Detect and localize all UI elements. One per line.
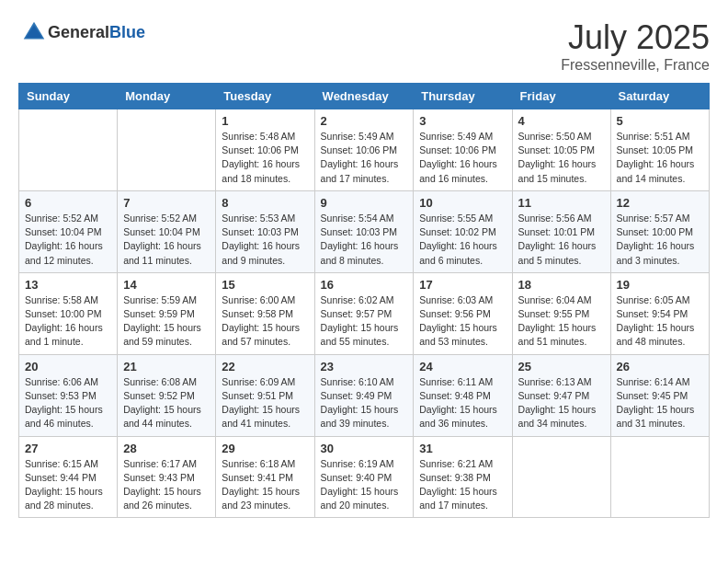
- day-number: 3: [419, 114, 506, 128]
- calendar-cell: 1Sunrise: 5:48 AMSunset: 10:06 PMDayligh…: [216, 109, 314, 191]
- day-info: Sunrise: 6:05 AMSunset: 9:54 PMDaylight:…: [617, 293, 703, 350]
- day-info: Sunrise: 6:19 AMSunset: 9:40 PMDaylight:…: [321, 457, 408, 513]
- calendar-table: SundayMondayTuesdayWednesdayThursdayFrid…: [18, 83, 710, 518]
- day-number: 18: [518, 278, 605, 292]
- title-block: July 2025 Fressenneville, France: [561, 18, 710, 74]
- calendar-cell: 30Sunrise: 6:19 AMSunset: 9:40 PMDayligh…: [314, 436, 414, 518]
- day-info: Sunrise: 5:49 AMSunset: 10:06 PMDaylight…: [419, 130, 506, 186]
- calendar-cell: 26Sunrise: 6:14 AMSunset: 9:45 PMDayligh…: [610, 354, 709, 436]
- day-info: Sunrise: 6:15 AMSunset: 9:44 PMDaylight:…: [25, 457, 111, 513]
- day-info: Sunrise: 5:58 AMSunset: 10:00 PMDaylight…: [25, 293, 111, 350]
- calendar-cell: 25Sunrise: 6:13 AMSunset: 9:47 PMDayligh…: [512, 354, 610, 436]
- calendar-cell: 12Sunrise: 5:57 AMSunset: 10:00 PMDaylig…: [610, 190, 709, 272]
- day-number: 26: [617, 360, 703, 373]
- calendar-cell: 18Sunrise: 6:04 AMSunset: 9:55 PMDayligh…: [512, 272, 610, 354]
- day-number: 13: [25, 278, 111, 292]
- calendar-cell: 11Sunrise: 5:56 AMSunset: 10:01 PMDaylig…: [512, 190, 610, 272]
- page-header: GeneralBlue July 2025 Fressenneville, Fr…: [18, 18, 710, 74]
- day-number: 29: [222, 442, 308, 455]
- calendar-cell: 14Sunrise: 5:59 AMSunset: 9:59 PMDayligh…: [118, 272, 216, 354]
- calendar-week-3: 13Sunrise: 5:58 AMSunset: 10:00 PMDaylig…: [19, 272, 710, 354]
- day-info: Sunrise: 6:10 AMSunset: 9:49 PMDaylight:…: [321, 375, 408, 431]
- day-number: 20: [25, 360, 111, 373]
- calendar-cell: [610, 436, 709, 518]
- calendar-week-1: 1Sunrise: 5:48 AMSunset: 10:06 PMDayligh…: [19, 109, 710, 191]
- day-info: Sunrise: 5:50 AMSunset: 10:05 PMDaylight…: [518, 130, 605, 186]
- calendar-cell: 21Sunrise: 6:08 AMSunset: 9:52 PMDayligh…: [118, 354, 216, 436]
- calendar-week-2: 6Sunrise: 5:52 AMSunset: 10:04 PMDayligh…: [19, 190, 710, 272]
- day-number: 28: [123, 442, 210, 455]
- calendar-cell: 20Sunrise: 6:06 AMSunset: 9:53 PMDayligh…: [19, 354, 118, 436]
- calendar-cell: 22Sunrise: 6:09 AMSunset: 9:51 PMDayligh…: [216, 354, 314, 436]
- day-info: Sunrise: 6:08 AMSunset: 9:52 PMDaylight:…: [123, 375, 210, 431]
- day-number: 7: [123, 196, 210, 210]
- calendar-week-4: 20Sunrise: 6:06 AMSunset: 9:53 PMDayligh…: [19, 354, 710, 436]
- calendar-cell: 28Sunrise: 6:17 AMSunset: 9:43 PMDayligh…: [118, 436, 216, 518]
- calendar-cell: 19Sunrise: 6:05 AMSunset: 9:54 PMDayligh…: [610, 272, 709, 354]
- day-number: 11: [518, 196, 605, 210]
- calendar-cell: 23Sunrise: 6:10 AMSunset: 9:49 PMDayligh…: [314, 354, 414, 436]
- day-number: 16: [321, 278, 408, 292]
- day-info: Sunrise: 6:17 AMSunset: 9:43 PMDaylight:…: [123, 457, 210, 513]
- logo-icon: [20, 18, 48, 46]
- day-info: Sunrise: 6:04 AMSunset: 9:55 PMDaylight:…: [518, 293, 605, 350]
- day-info: Sunrise: 5:55 AMSunset: 10:02 PMDaylight…: [419, 212, 506, 268]
- day-number: 1: [222, 114, 308, 128]
- day-info: Sunrise: 6:03 AMSunset: 9:56 PMDaylight:…: [419, 293, 506, 350]
- day-number: 31: [419, 442, 506, 455]
- calendar-cell: 9Sunrise: 5:54 AMSunset: 10:03 PMDayligh…: [314, 190, 414, 272]
- day-number: 30: [321, 442, 408, 455]
- day-info: Sunrise: 6:18 AMSunset: 9:41 PMDaylight:…: [222, 457, 308, 513]
- day-info: Sunrise: 5:48 AMSunset: 10:06 PMDaylight…: [222, 130, 308, 186]
- day-number: 21: [123, 360, 210, 373]
- day-number: 14: [123, 278, 210, 292]
- day-header-monday: Monday: [118, 84, 216, 109]
- day-number: 4: [518, 114, 605, 128]
- day-info: Sunrise: 6:21 AMSunset: 9:38 PMDaylight:…: [419, 457, 506, 513]
- day-info: Sunrise: 5:53 AMSunset: 10:03 PMDaylight…: [222, 212, 308, 268]
- day-info: Sunrise: 6:09 AMSunset: 9:51 PMDaylight:…: [222, 375, 308, 431]
- calendar-cell: 24Sunrise: 6:11 AMSunset: 9:48 PMDayligh…: [414, 354, 512, 436]
- calendar-cell: [19, 109, 118, 191]
- day-header-saturday: Saturday: [610, 84, 709, 109]
- day-number: 6: [25, 196, 111, 210]
- day-number: 5: [617, 114, 703, 128]
- calendar-cell: 5Sunrise: 5:51 AMSunset: 10:05 PMDayligh…: [610, 109, 709, 191]
- day-number: 10: [419, 196, 506, 210]
- location-title: Fressenneville, France: [561, 57, 710, 74]
- day-info: Sunrise: 6:13 AMSunset: 9:47 PMDaylight:…: [518, 375, 605, 431]
- day-info: Sunrise: 5:59 AMSunset: 9:59 PMDaylight:…: [123, 293, 210, 350]
- day-info: Sunrise: 5:54 AMSunset: 10:03 PMDaylight…: [321, 212, 408, 268]
- day-info: Sunrise: 5:56 AMSunset: 10:01 PMDaylight…: [518, 212, 605, 268]
- calendar-cell: 13Sunrise: 5:58 AMSunset: 10:00 PMDaylig…: [19, 272, 118, 354]
- calendar-cell: 16Sunrise: 6:02 AMSunset: 9:57 PMDayligh…: [314, 272, 414, 354]
- calendar-week-5: 27Sunrise: 6:15 AMSunset: 9:44 PMDayligh…: [19, 436, 710, 518]
- calendar-cell: 10Sunrise: 5:55 AMSunset: 10:02 PMDaylig…: [414, 190, 512, 272]
- day-info: Sunrise: 5:49 AMSunset: 10:06 PMDaylight…: [321, 130, 408, 186]
- logo-blue-text: Blue: [109, 23, 145, 41]
- day-info: Sunrise: 5:52 AMSunset: 10:04 PMDaylight…: [123, 212, 210, 268]
- day-header-tuesday: Tuesday: [216, 84, 314, 109]
- day-info: Sunrise: 6:00 AMSunset: 9:58 PMDaylight:…: [222, 293, 308, 350]
- calendar-cell: 29Sunrise: 6:18 AMSunset: 9:41 PMDayligh…: [216, 436, 314, 518]
- calendar-cell: 27Sunrise: 6:15 AMSunset: 9:44 PMDayligh…: [19, 436, 118, 518]
- calendar-cell: 2Sunrise: 5:49 AMSunset: 10:06 PMDayligh…: [314, 109, 414, 191]
- day-number: 2: [321, 114, 408, 128]
- calendar-cell: 6Sunrise: 5:52 AMSunset: 10:04 PMDayligh…: [19, 190, 118, 272]
- calendar-cell: 4Sunrise: 5:50 AMSunset: 10:05 PMDayligh…: [512, 109, 610, 191]
- calendar-cell: [512, 436, 610, 518]
- day-number: 15: [222, 278, 308, 292]
- day-info: Sunrise: 6:14 AMSunset: 9:45 PMDaylight:…: [617, 375, 703, 431]
- day-info: Sunrise: 6:06 AMSunset: 9:53 PMDaylight:…: [25, 375, 111, 431]
- day-info: Sunrise: 5:52 AMSunset: 10:04 PMDaylight…: [25, 212, 111, 268]
- day-info: Sunrise: 5:51 AMSunset: 10:05 PMDaylight…: [617, 130, 703, 186]
- day-number: 22: [222, 360, 308, 373]
- day-number: 25: [518, 360, 605, 373]
- day-number: 17: [419, 278, 506, 292]
- day-header-thursday: Thursday: [414, 84, 512, 109]
- calendar-cell: [118, 109, 216, 191]
- calendar-cell: 15Sunrise: 6:00 AMSunset: 9:58 PMDayligh…: [216, 272, 314, 354]
- calendar-cell: 8Sunrise: 5:53 AMSunset: 10:03 PMDayligh…: [216, 190, 314, 272]
- logo: GeneralBlue: [18, 18, 145, 46]
- day-number: 8: [222, 196, 308, 210]
